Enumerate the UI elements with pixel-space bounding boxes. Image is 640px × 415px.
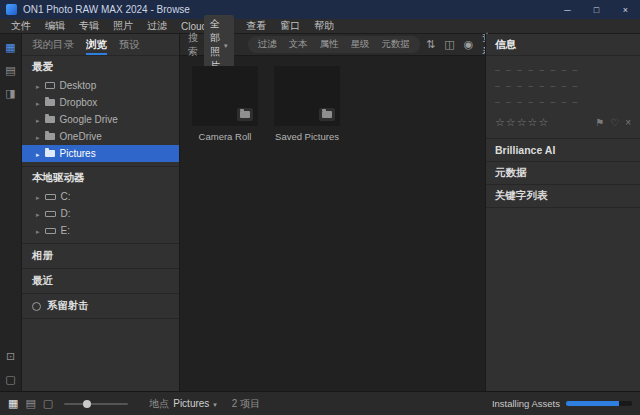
tab-my-catalogs[interactable]: 我的目录	[32, 34, 74, 55]
share-icon[interactable]: ⊡	[6, 351, 15, 362]
browse-module-icon[interactable]: ▦	[5, 42, 15, 53]
info-panel-header[interactable]: 信息	[486, 34, 640, 56]
filter-chip-metadata[interactable]: 元数据	[376, 37, 417, 52]
menu-edit[interactable]: 编辑	[38, 19, 72, 33]
tree-item-google-drive[interactable]: Google Drive	[22, 111, 179, 128]
content-area: 搜索 全部照片 过滤 文本 属性 星级 元数据 ⇅ ◫ ◉ 查看	[180, 34, 485, 391]
filter-chip-group: 过滤 文本 属性 星级 元数据	[248, 36, 421, 53]
filter-chip-attributes[interactable]: 属性	[314, 37, 345, 52]
folder-card-camera-roll[interactable]: Camera Roll	[192, 66, 258, 142]
section-keyword-list[interactable]: 关键字列表	[486, 185, 640, 208]
tab-browse[interactable]: 浏览	[86, 34, 107, 55]
dislike-icon[interactable]: ×	[625, 117, 631, 128]
chevron-right-icon[interactable]	[36, 148, 40, 159]
window-title: ON1 Photo RAW MAX 2024 - Browse	[23, 4, 190, 15]
chevron-right-icon[interactable]	[36, 131, 40, 142]
location-breadcrumb[interactable]: 地点 Pictures	[149, 397, 217, 411]
item-count: 2 项目	[232, 397, 260, 411]
menu-help[interactable]: 帮助	[307, 19, 341, 33]
folder-card-saved-pictures[interactable]: Saved Pictures	[274, 66, 340, 142]
slider-thumb[interactable]	[83, 400, 91, 408]
search-label: 搜索	[188, 31, 198, 59]
favorites-header[interactable]: 最爱	[22, 56, 179, 77]
edit-module-icon[interactable]: ▤	[5, 65, 15, 76]
chevron-right-icon[interactable]	[36, 114, 40, 125]
camera-icon	[32, 302, 41, 311]
rating-row: ☆☆☆☆☆ ⚑ ♡ ×	[486, 111, 640, 139]
tree-item-drive-c[interactable]: C:	[22, 188, 179, 205]
detail-view-icon[interactable]: ▤	[25, 398, 35, 409]
sort-icon[interactable]: ⇅	[426, 39, 435, 50]
menu-photo[interactable]: 照片	[106, 19, 140, 33]
tree-item-pictures[interactable]: Pictures	[22, 145, 179, 162]
filter-chip-text[interactable]: 文本	[283, 37, 314, 52]
star-rating[interactable]: ☆☆☆☆☆	[495, 116, 549, 129]
folder-icon	[45, 116, 55, 123]
folder-thumbnail[interactable]	[192, 66, 258, 126]
grid-view-icon[interactable]: ▦	[8, 398, 18, 409]
app-icon	[6, 4, 17, 15]
section-metadata[interactable]: 元数据	[486, 162, 640, 185]
tree-item-drive-d[interactable]: D:	[22, 205, 179, 222]
folder-name: Saved Pictures	[274, 131, 340, 142]
statusbar-right-group: Installing Assets	[492, 398, 632, 409]
chevron-right-icon[interactable]	[36, 208, 40, 219]
menu-filter[interactable]: 过滤	[140, 19, 174, 33]
tree-item-label: Desktop	[60, 80, 97, 91]
like-heart-icon[interactable]: ♡	[610, 117, 619, 128]
filter-chip-filter[interactable]: 过滤	[252, 37, 283, 52]
exif-placeholder-row: – – – – – – – –	[495, 97, 631, 107]
menu-view[interactable]: 查看	[239, 19, 273, 33]
tree-item-dropbox[interactable]: Dropbox	[22, 94, 179, 111]
tree-item-drive-e[interactable]: E:	[22, 222, 179, 239]
install-progress-fill	[566, 401, 619, 406]
tree-item-desktop[interactable]: Desktop	[22, 77, 179, 94]
recent-header[interactable]: 最近	[22, 269, 179, 294]
layers-module-icon[interactable]: ◨	[5, 88, 15, 99]
folder-thumbnail[interactable]	[274, 66, 340, 126]
tree-item-label: Dropbox	[60, 97, 98, 108]
section-brilliance-ai[interactable]: Brilliance AI	[486, 139, 640, 162]
flag-icon[interactable]: ⚑	[595, 117, 604, 128]
chevron-right-icon[interactable]	[36, 97, 40, 108]
chevron-right-icon[interactable]	[36, 80, 40, 91]
local-drives-header[interactable]: 本地驱动器	[22, 167, 179, 188]
folder-name: Camera Roll	[192, 131, 258, 142]
maximize-button[interactable]: □	[582, 0, 611, 19]
folder-grid: Camera Roll Saved Pictures	[180, 56, 485, 152]
filter-chip-rating[interactable]: 星级	[345, 37, 376, 52]
folder-icon	[45, 133, 55, 140]
main-area: ▦ ▤ ◨ ⊡ ▢ 我的目录 浏览 预设 最爱 Desktop Dropbox	[0, 34, 640, 391]
exif-placeholder: – – – – – – – – – – – – – – – – – – – – …	[486, 56, 640, 111]
thumbnail-size-slider[interactable]	[64, 403, 128, 405]
exif-placeholder-row: – – – – – – – –	[495, 81, 631, 91]
drive-icon	[45, 194, 56, 200]
tree-item-label: D:	[61, 208, 71, 219]
chevron-down-icon	[213, 398, 217, 409]
menu-bar: 文件 编辑 专辑 照片 过滤 Cloud Sync 查看 窗口 帮助	[0, 19, 640, 34]
folder-icon	[45, 150, 55, 157]
close-button[interactable]: ×	[611, 0, 640, 19]
tethered-shooting-header[interactable]: 系留射击	[22, 294, 179, 319]
menu-window[interactable]: 窗口	[273, 19, 307, 33]
menu-file[interactable]: 文件	[4, 19, 38, 33]
info-panel: 信息 – – – – – – – – – – – – – – – – – – –…	[485, 34, 640, 391]
installing-assets-label: Installing Assets	[492, 398, 560, 409]
filmstrip-view-icon[interactable]: ▢	[43, 398, 53, 409]
device-icon[interactable]: ▢	[5, 374, 15, 385]
folder-icon	[45, 99, 55, 106]
chevron-right-icon[interactable]	[36, 191, 40, 202]
compare-icon[interactable]: ◫	[444, 39, 454, 50]
minimize-button[interactable]: ─	[553, 0, 582, 19]
albums-header[interactable]: 相册	[22, 244, 179, 269]
lightbulb-icon[interactable]: ◉	[464, 39, 474, 50]
chevron-right-icon[interactable]	[36, 225, 40, 236]
rating-icons: ⚑ ♡ ×	[595, 117, 631, 128]
tab-presets[interactable]: 预设	[119, 34, 140, 55]
tree-item-label: Pictures	[60, 148, 96, 159]
favorites-tree: Desktop Dropbox Google Drive OneDrive Pi	[22, 77, 179, 167]
tree-item-onedrive[interactable]: OneDrive	[22, 128, 179, 145]
menu-album[interactable]: 专辑	[72, 19, 106, 33]
drive-icon	[45, 211, 56, 217]
drive-icon	[45, 228, 56, 234]
